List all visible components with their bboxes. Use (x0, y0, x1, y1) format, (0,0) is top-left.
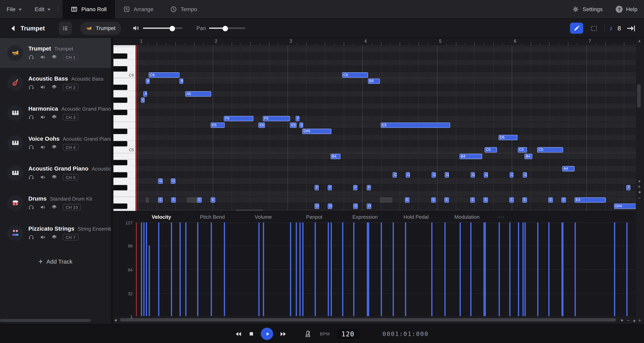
midi-note-gs4[interactable]: G (432, 172, 436, 178)
midi-note-a5[interactable]: A5 (185, 91, 211, 96)
velocity-bar[interactable] (353, 222, 354, 316)
layers-icon[interactable] (51, 234, 57, 240)
track-list-button[interactable] (59, 22, 72, 35)
solo-headphones-icon[interactable] (28, 174, 34, 180)
velocity-bar[interactable] (197, 222, 198, 316)
midi-note-gs4[interactable]: G (392, 172, 397, 178)
track-row-acoustic-grand-piano[interactable]: Acoustic Grand Piano Acoustic G (0, 158, 111, 188)
midi-note-a5[interactable]: A (143, 91, 147, 96)
midi-note-e4[interactable]: E (548, 197, 553, 202)
file-menu[interactable]: File (0, 0, 28, 19)
midi-note-b4[interactable]: B4 (460, 154, 482, 159)
playhead[interactable] (136, 45, 137, 211)
mute-speaker-icon[interactable] (40, 54, 46, 60)
vertical-scroll-thumb[interactable] (637, 84, 641, 108)
piano-key-e4[interactable] (114, 197, 136, 203)
instrument-select-button[interactable]: Trumpet (80, 22, 121, 35)
tab-tempo[interactable]: Tempo (162, 0, 205, 19)
piano-key-f4[interactable] (114, 191, 136, 197)
track-row-pizzicato-strings[interactable]: Pizzicato Strings String Ensemble (0, 218, 111, 248)
mute-speaker-icon[interactable] (40, 234, 46, 240)
midi-note-e4[interactable]: E (211, 197, 215, 202)
zoom-in-vertical-button[interactable]: + (638, 184, 641, 189)
midi-note-ds4[interactable]: D#4 (614, 203, 636, 209)
quantize-value[interactable]: 8 (617, 25, 622, 32)
midi-note-e4[interactable]: E (470, 197, 475, 202)
piano-key-fs4[interactable] (114, 184, 136, 191)
midi-note-e4[interactable]: E (444, 197, 449, 202)
midi-note-d5[interactable]: D5 (498, 135, 518, 140)
midi-note-e4[interactable]: E (561, 197, 566, 202)
velocity-bar[interactable] (431, 222, 432, 316)
midi-note-gs4[interactable]: G (523, 172, 527, 178)
piano-key-d4[interactable] (114, 209, 136, 211)
piano-key-b5[interactable] (114, 78, 136, 85)
velocity-bar[interactable] (171, 222, 172, 316)
pan-slider[interactable] (209, 25, 245, 31)
solo-headphones-icon[interactable] (28, 144, 34, 150)
rewind-button[interactable] (235, 330, 242, 337)
velocity-bar[interactable] (330, 222, 332, 316)
volume-slider[interactable] (143, 25, 182, 31)
go-to-end-button[interactable] (626, 23, 636, 33)
midi-note-e4[interactable]: E (197, 197, 202, 202)
velocity-bar[interactable] (537, 222, 538, 316)
bpm-value[interactable]: 120 (336, 329, 360, 339)
quantize-note-icon[interactable]: ♪ (609, 25, 612, 32)
midi-note-e5[interactable]: E5 (381, 122, 450, 128)
midi-note-g4[interactable]: G (158, 179, 162, 184)
mute-speaker-icon[interactable] (40, 174, 46, 180)
piano-key-c6[interactable]: C6 (114, 72, 136, 78)
midi-note-ds5[interactable]: D#5 (302, 129, 332, 134)
layers-icon[interactable] (51, 204, 57, 210)
midi-note-e4[interactable]: E (158, 197, 162, 202)
layers-icon[interactable] (51, 54, 57, 60)
velocity-bar[interactable] (185, 222, 186, 316)
back-button[interactable] (9, 24, 17, 32)
midi-note-gs4[interactable]: G (406, 172, 410, 178)
zoom-out-horizontal-button[interactable]: − (627, 317, 630, 323)
velocity-bar[interactable] (158, 222, 159, 316)
midi-note-c5[interactable]: C5 (518, 147, 527, 153)
midi-note-b4[interactable]: B4 (524, 154, 532, 159)
velocity-bar[interactable] (296, 222, 297, 316)
piano-key-gs5[interactable] (114, 97, 136, 103)
midi-note-e4[interactable]: E (405, 197, 410, 202)
midi-note-c5[interactable]: C5 (484, 147, 497, 153)
midi-note-e5[interactable]: E5 (211, 122, 225, 128)
midi-note-e5[interactable]: E5 (290, 122, 297, 128)
velocity-bar[interactable] (522, 222, 524, 316)
velocity-bar[interactable] (392, 222, 394, 316)
solo-headphones-icon[interactable] (28, 234, 34, 240)
sidebar-scrollbar[interactable] (0, 319, 91, 322)
piano-key-as4[interactable] (114, 159, 136, 166)
piano-key-b4[interactable] (114, 153, 136, 159)
scroll-left-icon[interactable]: ◀ (114, 318, 117, 322)
piano-key-e5[interactable] (114, 122, 136, 128)
midi-note-gs4[interactable]: G (484, 172, 488, 178)
velocity-chart[interactable] (136, 222, 636, 316)
midi-note-e5[interactable]: E (300, 122, 303, 128)
midi-note-f5[interactable]: F5 (263, 116, 290, 121)
midi-note-e4[interactable]: E (509, 197, 514, 202)
fast-forward-button[interactable] (280, 330, 287, 337)
midi-note-a4[interactable]: A4 (562, 166, 574, 171)
velocity-bar[interactable] (405, 222, 406, 316)
track-row-drums[interactable]: Drums Standard Drum Kit (0, 188, 111, 218)
solo-headphones-icon[interactable] (28, 114, 34, 120)
control-tab-hold-pedal[interactable]: Hold Pedal (390, 214, 442, 220)
midi-note-e4[interactable]: E (522, 197, 527, 202)
midi-note-ds4[interactable]: D (367, 203, 371, 209)
velocity-bar[interactable] (146, 222, 147, 316)
piano-key-g5[interactable] (114, 103, 136, 110)
midi-note-gs4[interactable]: G (510, 172, 514, 178)
zoom-in-horizontal-button[interactable]: + (638, 317, 641, 323)
velocity-bar[interactable] (460, 222, 461, 316)
midi-note-c6[interactable]: C6 (149, 72, 180, 78)
midi-note-gs4[interactable]: G (471, 172, 475, 178)
midi-note-e4[interactable]: E (171, 197, 176, 202)
solo-headphones-icon[interactable] (28, 84, 34, 90)
scroll-up-icon[interactable]: ▲ (638, 39, 641, 43)
velocity-bar[interactable] (342, 222, 343, 316)
midi-note-e4[interactable]: E (484, 197, 488, 202)
